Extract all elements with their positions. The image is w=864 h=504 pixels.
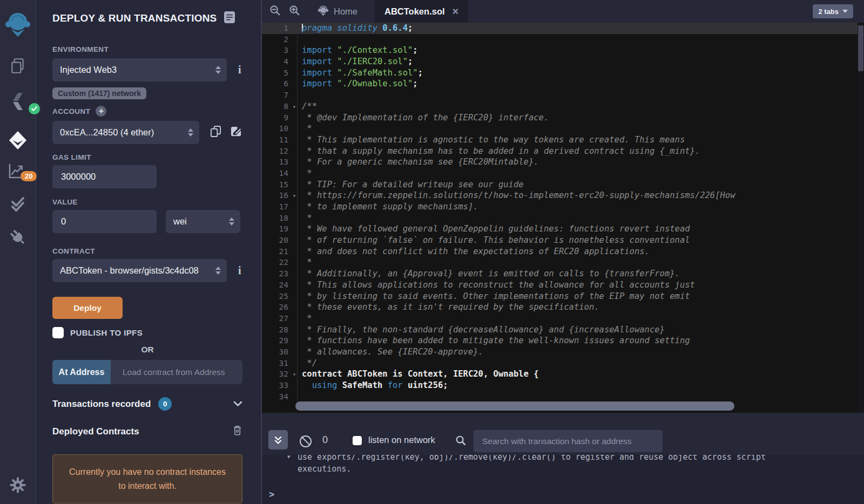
zoom-out-icon[interactable] xyxy=(269,5,281,18)
code-line[interactable]: 28 * Finally, the non-standard {decrease… xyxy=(262,324,864,336)
select-spinner-icon[interactable] xyxy=(215,259,221,282)
line-number[interactable]: 8▾ xyxy=(262,101,298,112)
deploy-button[interactable]: Deploy xyxy=(52,297,123,319)
line-number[interactable]: 26 xyxy=(262,302,298,313)
select-spinner-icon[interactable] xyxy=(229,210,234,233)
trash-icon[interactable] xyxy=(232,425,242,438)
line-number[interactable]: 13 xyxy=(262,156,298,168)
plugin-manager-icon[interactable] xyxy=(0,228,36,247)
solidity-compiler-icon[interactable] xyxy=(0,92,36,113)
line-number[interactable]: 16▾ xyxy=(262,190,298,201)
line-number[interactable]: 10 xyxy=(262,123,298,134)
close-tab-icon[interactable]: × xyxy=(453,6,459,17)
at-address-button[interactable]: At Address xyxy=(52,360,111,384)
code-line[interactable]: 34 xyxy=(262,391,864,403)
publish-to-ipfs-checkbox[interactable] xyxy=(52,327,64,338)
create-account-plus-icon[interactable]: + xyxy=(96,106,106,117)
line-number[interactable]: 17 xyxy=(262,201,298,213)
code-line[interactable]: 29 * functions have been added to mitiga… xyxy=(262,335,864,346)
code-line[interactable]: 13 * For a generic mechanism see {ERC20M… xyxy=(262,156,864,168)
code-line[interactable]: 20 * of returning `false` on failure. Th… xyxy=(262,235,864,246)
tab-home[interactable]: Home xyxy=(308,0,367,23)
sign-message-edit-icon[interactable] xyxy=(230,125,242,140)
line-number[interactable]: 23 xyxy=(262,268,298,280)
panel-editor-divider[interactable] xyxy=(261,0,262,504)
terminal-output[interactable]: ▾ use exports/.register(key, obj)/.remov… xyxy=(262,455,864,504)
line-number[interactable]: 14 xyxy=(262,168,298,179)
code-line[interactable]: 15 * TIP: For a detailed writeup see our… xyxy=(262,179,864,190)
select-spinner-icon[interactable] xyxy=(188,121,193,144)
chevron-down-icon[interactable] xyxy=(233,399,242,409)
line-number[interactable]: 31 xyxy=(262,358,298,369)
code-line[interactable]: 3import "./Context.sol"; xyxy=(262,45,864,56)
code-line[interactable]: 2 xyxy=(262,34,864,45)
code-line[interactable]: 10 * xyxy=(262,123,864,134)
environment-select[interactable]: Injected Web3 xyxy=(52,58,227,81)
code-line[interactable]: 22 * xyxy=(262,257,864,268)
line-number[interactable]: 12 xyxy=(262,146,298,157)
code-line[interactable]: 11 * This implementation is agnostic to … xyxy=(262,134,864,146)
listen-on-network-checkbox[interactable] xyxy=(353,436,362,445)
select-spinner-icon[interactable] xyxy=(215,58,221,81)
code-editor[interactable]: 1pragma solidity 0.6.4;23import "./Conte… xyxy=(262,23,864,413)
line-number[interactable]: 20 xyxy=(262,235,298,246)
code-line[interactable]: 14 * xyxy=(262,168,864,179)
line-number[interactable]: 15 xyxy=(262,179,298,190)
line-number[interactable]: 28 xyxy=(262,324,298,336)
line-number[interactable]: 6 xyxy=(262,78,298,90)
file-explorers-icon[interactable] xyxy=(0,57,36,74)
line-number[interactable]: 25 xyxy=(262,291,298,302)
line-number[interactable]: 21 xyxy=(262,246,298,257)
line-number[interactable]: 1 xyxy=(262,23,298,34)
transactions-recorded-row[interactable]: Transactions recorded 0 xyxy=(52,397,242,411)
code-line[interactable]: 7 xyxy=(262,90,864,101)
code-line[interactable]: 24 * This allows applications to reconst… xyxy=(262,280,864,291)
copy-account-icon[interactable] xyxy=(210,125,221,140)
terminal-search-input[interactable] xyxy=(474,430,663,452)
editor-scrollbar-thumb[interactable] xyxy=(858,25,863,71)
account-select[interactable]: 0xcEA...24850 (4 ether) xyxy=(52,121,199,144)
line-number[interactable]: 2 xyxy=(262,34,298,45)
line-number[interactable]: 18 xyxy=(262,213,298,224)
tab-abctoken-sol[interactable]: ABCToken.sol × xyxy=(375,0,468,23)
gas-limit-input[interactable] xyxy=(52,165,157,188)
code-line[interactable]: 16▾ * https://forum.zeppelin.solutions/t… xyxy=(262,190,864,201)
clear-console-block-icon[interactable] xyxy=(300,435,312,447)
line-number[interactable]: 33 xyxy=(262,380,298,391)
settings-gear-icon[interactable] xyxy=(0,477,36,493)
fold-arrow-icon[interactable]: ▾ xyxy=(293,190,296,202)
line-number[interactable]: 9 xyxy=(262,112,298,124)
code-line[interactable]: 4import "./IERC20.sol"; xyxy=(262,56,864,67)
terminal-prompt[interactable]: > xyxy=(269,489,274,500)
line-number[interactable]: 32▾ xyxy=(262,369,298,380)
code-line[interactable]: 32▾contract ABCToken is Context, IERC20,… xyxy=(262,369,864,380)
line-number[interactable]: 5 xyxy=(262,67,298,79)
line-number[interactable]: 19 xyxy=(262,223,298,235)
at-address-input[interactable] xyxy=(111,360,242,384)
documentation-book-icon[interactable] xyxy=(224,11,235,26)
code-line[interactable]: 12 * that a supply mechanism has to be a… xyxy=(262,146,864,157)
terminal-expand-button[interactable] xyxy=(268,430,288,449)
code-line[interactable]: 31 */ xyxy=(262,358,864,369)
code-line[interactable]: 33 using SafeMath for uint256; xyxy=(262,380,864,391)
line-number[interactable]: 29 xyxy=(262,335,298,346)
tabs-count-dropdown[interactable]: 2 tabs xyxy=(813,4,853,18)
code-line[interactable]: 18 * xyxy=(262,213,864,224)
environment-info-icon[interactable]: i xyxy=(238,64,241,76)
code-line[interactable]: 27 * xyxy=(262,313,864,324)
editor-horizontal-scrollbar[interactable] xyxy=(295,401,734,411)
line-number[interactable]: 3 xyxy=(262,45,298,56)
value-input[interactable] xyxy=(52,210,157,233)
code-line[interactable]: 23 * Additionally, an {Approval} event i… xyxy=(262,268,864,280)
code-line[interactable]: 1pragma solidity 0.6.4; xyxy=(262,23,864,34)
contract-select[interactable]: ABCToken - browser/gists/3c4dc08 xyxy=(52,259,227,282)
code-line[interactable]: 8▾/** xyxy=(262,101,864,112)
line-number[interactable]: 22 xyxy=(262,257,298,268)
value-unit-select[interactable]: wei xyxy=(166,210,240,233)
code-line[interactable]: 17 * to implement supply mechanisms]. xyxy=(262,201,864,213)
contract-info-icon[interactable]: i xyxy=(238,264,241,277)
code-line[interactable]: 30 * allowances. See {IERC20-approve}. xyxy=(262,346,864,358)
editor-vertical-scrollbar[interactable] xyxy=(858,23,864,413)
line-number[interactable]: 34 xyxy=(262,391,298,403)
line-number[interactable]: 7 xyxy=(262,90,298,101)
